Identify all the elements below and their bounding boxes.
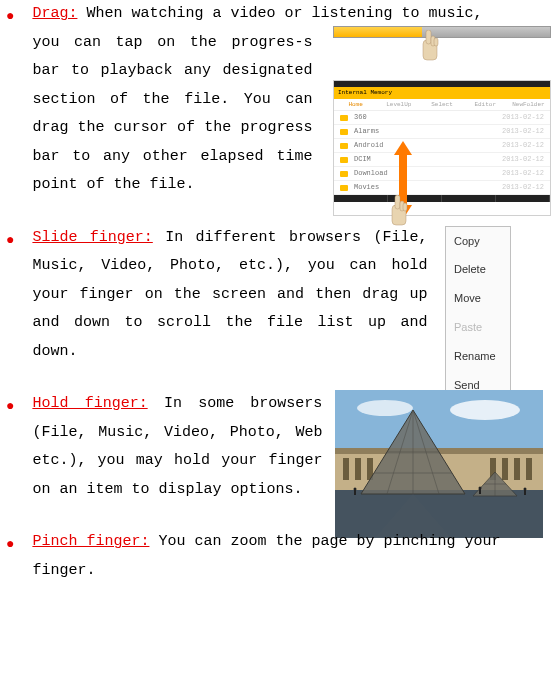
fb-name: DCIM: [354, 153, 371, 166]
fb-tab: Home: [334, 99, 377, 110]
fb-tab: Editor: [464, 99, 507, 110]
fb-name: Alarms: [354, 125, 379, 138]
folder-icon: [340, 129, 348, 135]
fb-row: DCIM2013-02-12: [334, 153, 550, 167]
folder-icon: [340, 143, 348, 149]
list-item-hold: ● Hold finger: In some browsers (File, M…: [0, 390, 553, 504]
folder-icon: [340, 115, 348, 121]
svg-rect-3: [434, 38, 438, 46]
folder-icon: [340, 185, 348, 191]
svg-rect-18: [514, 458, 520, 480]
list-item-slide: ● Slide finger: In different browsers (F…: [0, 224, 553, 367]
fb-tab: NewFolder: [507, 99, 550, 110]
svg-rect-17: [502, 458, 508, 480]
louvre-photo: [335, 390, 543, 538]
fb-header: Internal Memory: [334, 87, 550, 99]
svg-rect-38: [354, 490, 356, 495]
progress-bar-illustration: [333, 26, 551, 38]
svg-point-9: [450, 400, 520, 420]
fb-date: 2013-02-12: [502, 181, 544, 194]
gesture-label: Pinch finger:: [32, 533, 149, 550]
item-content: Pinch finger: You can zoom the page by p…: [32, 528, 553, 585]
fb-date: 2013-02-12: [502, 167, 544, 180]
fb-name: Android: [354, 139, 383, 152]
bullet-icon: ●: [6, 3, 14, 30]
list-item-pinch: ● Pinch finger: You can zoom the page by…: [0, 528, 553, 585]
svg-rect-34: [479, 489, 481, 494]
file-browser-illustration: Internal Memory Home LevelUp Select Edit…: [333, 80, 551, 216]
gesture-text-rest: you can tap on the progres-s bar to play…: [32, 29, 312, 200]
list-item-drag: ● Drag: When watching a video or listeni…: [0, 0, 553, 200]
svg-point-10: [357, 400, 413, 416]
menu-item: Copy: [446, 227, 510, 256]
item-content: Hold finger: In some browsers (File, Mus…: [32, 390, 553, 504]
fb-row: Alarms2013-02-12: [334, 125, 550, 139]
folder-icon: [340, 171, 348, 177]
item-content: Drag: When watching a video or listening…: [32, 0, 553, 200]
pointer-hand-icon: [417, 30, 447, 66]
fb-list: 3602013-02-12 Alarms2013-02-12 Android20…: [334, 111, 550, 195]
fb-name: Movies: [354, 181, 379, 194]
svg-rect-14: [355, 458, 361, 480]
gesture-text: In different browsers (File, Music, Vide…: [32, 229, 427, 360]
folder-icon: [340, 157, 348, 163]
fb-row: Android2013-02-12: [334, 139, 550, 153]
fb-date: 2013-02-12: [502, 153, 544, 166]
gesture-label: Slide finger:: [32, 229, 152, 246]
svg-rect-13: [343, 458, 349, 480]
fb-row: Download2013-02-12: [334, 167, 550, 181]
gesture-label: Hold finger:: [32, 395, 147, 412]
svg-rect-19: [526, 458, 532, 480]
fb-name: 360: [354, 111, 367, 124]
fb-row: 3602013-02-12: [334, 111, 550, 125]
fb-date: 2013-02-12: [502, 111, 544, 124]
svg-rect-7: [403, 203, 407, 211]
menu-item: Delete: [446, 255, 510, 284]
fb-date: 2013-02-12: [502, 125, 544, 138]
bullet-icon: ●: [6, 531, 14, 558]
fb-name: Download: [354, 167, 388, 180]
fb-tab: Select: [420, 99, 463, 110]
svg-rect-5: [395, 195, 400, 209]
svg-rect-36: [524, 490, 526, 495]
gesture-label: Drag:: [32, 5, 77, 22]
menu-item: Rename: [446, 342, 510, 371]
fb-tabs: Home LevelUp Select Editor NewFolder: [334, 99, 550, 111]
progress-fill: [334, 27, 422, 37]
fb-tab: LevelUp: [377, 99, 420, 110]
item-content: Slide finger: In different browsers (Fil…: [32, 224, 553, 367]
gesture-text-first-line: When watching a video or listening to mu…: [86, 5, 482, 22]
menu-item: Paste: [446, 313, 510, 342]
bullet-icon: ●: [6, 393, 14, 420]
bullet-icon: ●: [6, 227, 14, 254]
fb-navbar: [334, 195, 550, 202]
fb-row: Movies2013-02-12: [334, 181, 550, 195]
svg-rect-1: [426, 30, 431, 44]
menu-item: Move: [446, 284, 510, 313]
fb-date: 2013-02-12: [502, 139, 544, 152]
